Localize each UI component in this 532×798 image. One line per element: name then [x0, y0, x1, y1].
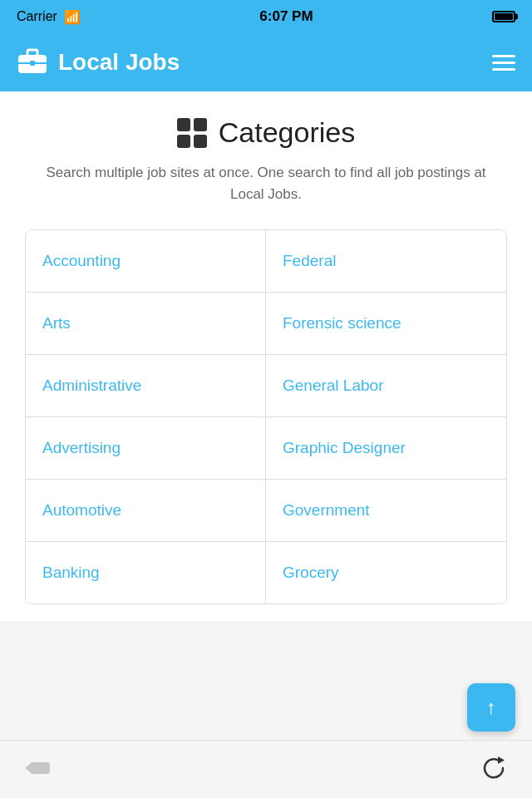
scroll-to-top-button[interactable]: ↑: [467, 683, 515, 732]
category-item[interactable]: Grocery: [266, 542, 506, 603]
page-subtitle: Search multiple job sites at once. One s…: [17, 162, 515, 204]
category-item[interactable]: Administrative: [26, 355, 266, 417]
category-label: Accounting: [42, 252, 121, 269]
category-item[interactable]: Arts: [26, 293, 266, 355]
category-label: Forensic science: [283, 314, 401, 332]
hamburger-menu[interactable]: [492, 55, 515, 71]
hamburger-line-1: [492, 55, 515, 57]
status-bar: Carrier 📶 6:07 PM: [0, 0, 532, 33]
categories-container: AccountingFederalArtsForensic scienceAdm…: [17, 229, 515, 604]
up-arrow-icon: ↑: [486, 696, 496, 719]
wifi-icon: 📶: [64, 9, 81, 25]
category-label: Automotive: [42, 501, 121, 519]
categories-grid: AccountingFederalArtsForensic scienceAdm…: [25, 229, 507, 604]
refresh-button[interactable]: [480, 755, 507, 785]
category-item[interactable]: Government: [266, 480, 506, 542]
category-item[interactable]: Graphic Designer: [266, 417, 506, 480]
category-label: Government: [283, 501, 370, 519]
category-item[interactable]: Automotive: [26, 480, 266, 542]
category-label: Administrative: [42, 377, 141, 394]
app-header: Local Jobs: [0, 33, 532, 91]
category-item[interactable]: Federal: [266, 230, 506, 293]
bottom-bar: [0, 740, 532, 798]
status-left: Carrier 📶: [17, 9, 81, 25]
back-button[interactable]: [25, 756, 55, 784]
categories-icon: [177, 118, 207, 148]
app-title: Local Jobs: [58, 49, 180, 76]
battery-icon: [492, 11, 515, 22]
category-item[interactable]: General Labor: [266, 355, 506, 417]
category-label: Arts: [42, 314, 71, 332]
svg-marker-6: [498, 756, 505, 764]
carrier-label: Carrier: [17, 9, 57, 24]
category-item[interactable]: Advertising: [26, 417, 266, 480]
svg-rect-3: [30, 61, 35, 66]
category-label: Advertising: [42, 439, 121, 456]
status-right: [492, 11, 515, 22]
category-label: General Labor: [283, 377, 383, 394]
hamburger-line-3: [492, 68, 515, 71]
header-left: Local Jobs: [17, 47, 180, 78]
page-title: Categories: [219, 116, 355, 149]
time-label: 6:07 PM: [259, 8, 313, 25]
briefcase-icon: [17, 47, 48, 78]
category-label: Banking: [42, 564, 100, 581]
category-item[interactable]: Forensic science: [266, 293, 506, 355]
category-item[interactable]: Banking: [26, 542, 266, 603]
svg-rect-1: [27, 50, 37, 57]
category-label: Graphic Designer: [283, 439, 406, 456]
hamburger-line-2: [492, 62, 515, 64]
battery-fill: [495, 13, 513, 20]
page-content: Categories Search multiple job sites at …: [0, 91, 532, 621]
page-title-row: Categories: [17, 116, 515, 149]
category-label: Grocery: [283, 564, 339, 581]
category-label: Federal: [283, 252, 336, 269]
category-item[interactable]: Accounting: [26, 230, 266, 293]
svg-marker-5: [25, 761, 33, 775]
